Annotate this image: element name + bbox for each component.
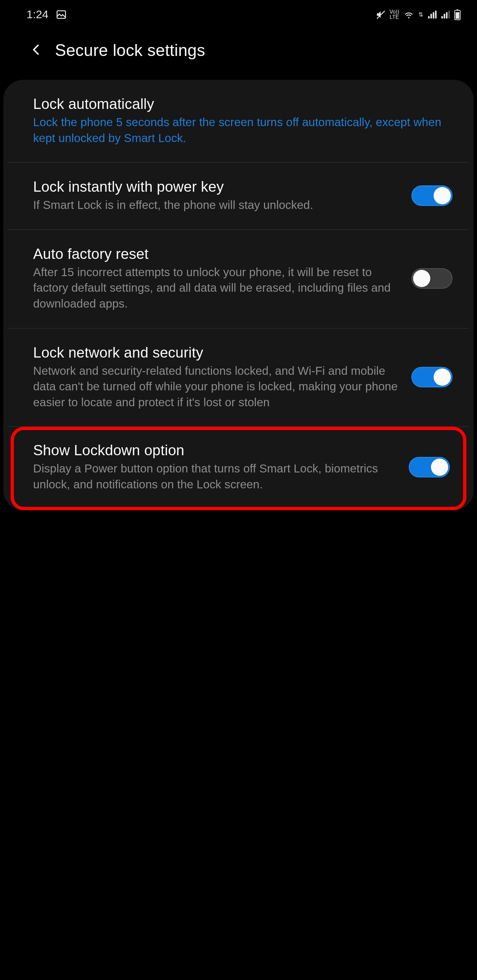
picture-icon [56, 9, 67, 20]
setting-title: Lock network and security [33, 344, 402, 361]
highlight-box: Show Lockdown option Display a Power but… [11, 427, 466, 510]
setting-desc: After 15 incorrect attempts to unlock yo… [33, 264, 402, 312]
setting-text: Lock instantly with power key If Smart L… [33, 178, 412, 213]
setting-text: Lock automatically Lock the phone 5 seco… [33, 96, 453, 146]
setting-title: Show Lockdown option [33, 442, 399, 458]
setting-lock-instantly-power-key[interactable]: Lock instantly with power key If Smart L… [8, 162, 469, 230]
back-icon[interactable] [30, 43, 43, 57]
signal-2-icon [440, 10, 450, 19]
volte-icon: Vo))LTE [389, 9, 399, 20]
wifi-icon [403, 9, 415, 20]
toggle-auto-factory-reset[interactable] [412, 268, 453, 289]
setting-title: Lock instantly with power key [33, 178, 402, 195]
setting-desc: Lock the phone 5 seconds after the scree… [33, 114, 443, 146]
setting-lock-automatically[interactable]: Lock automatically Lock the phone 5 seco… [8, 80, 469, 162]
setting-desc: If Smart Lock is in effect, the phone wi… [33, 197, 402, 213]
setting-text: Lock network and security Network and se… [33, 344, 412, 410]
signal-1-icon [427, 10, 437, 19]
setting-lock-network-security[interactable]: Lock network and security Network and se… [8, 328, 469, 427]
setting-show-lockdown-option[interactable]: Show Lockdown option Display a Power but… [14, 430, 463, 507]
setting-title: Lock automatically [33, 96, 443, 112]
settings-panel: Lock automatically Lock the phone 5 seco… [3, 80, 474, 510]
toggle-lock-instantly[interactable] [412, 185, 453, 206]
setting-auto-factory-reset[interactable]: Auto factory reset After 15 incorrect at… [8, 230, 469, 328]
setting-text: Show Lockdown option Display a Power but… [33, 442, 409, 492]
status-bar: 1:24 Vo))LTE ⇅ [0, 0, 477, 25]
toggle-show-lockdown[interactable] [409, 457, 450, 477]
toggle-lock-network-security[interactable] [412, 367, 453, 387]
status-bar-right: Vo))LTE ⇅ [376, 9, 461, 20]
data-arrows-icon: ⇅ [418, 11, 423, 18]
svg-rect-4 [456, 9, 458, 10]
setting-desc: Display a Power button option that turns… [33, 461, 399, 492]
battery-icon [454, 9, 461, 20]
app-header: Secure lock settings [0, 25, 477, 80]
status-bar-left: 1:24 [27, 8, 67, 21]
setting-title: Auto factory reset [33, 246, 402, 262]
page-title: Secure lock settings [55, 41, 205, 60]
mute-icon [376, 10, 386, 19]
setting-text: Auto factory reset After 15 incorrect at… [33, 246, 412, 312]
clock-text: 1:24 [27, 8, 48, 21]
setting-desc: Network and security-related functions l… [33, 363, 402, 410]
svg-rect-3 [455, 12, 459, 19]
